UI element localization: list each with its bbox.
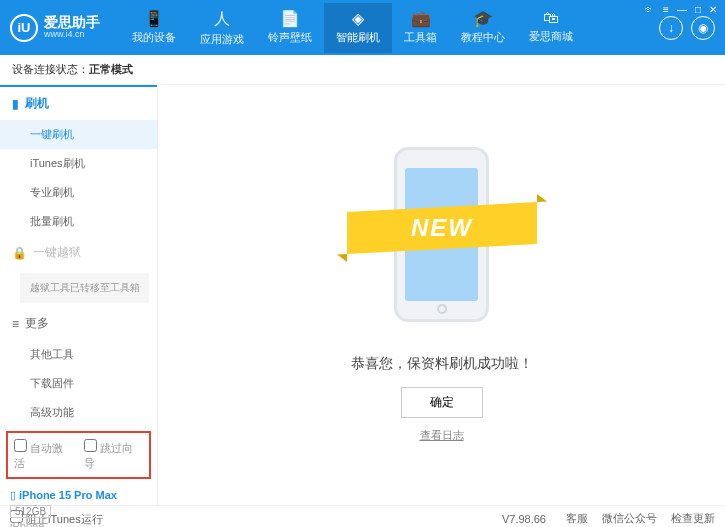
sidebar-item-pro-flash[interactable]: 专业刷机 bbox=[0, 178, 157, 207]
sidebar-section-flash: ▮刷机 bbox=[0, 85, 157, 120]
tab-store[interactable]: 🛍爱思商城 bbox=[517, 3, 585, 53]
header: ᯤ ≡ — □ ✕ iU 爱思助手 www.i4.cn 📱我的设备 人应用游戏 … bbox=[0, 0, 725, 55]
phone-icon: ▮ bbox=[12, 97, 19, 111]
content-area: NEW 恭喜您，保资料刷机成功啦！ 确定 查看日志 bbox=[158, 85, 725, 505]
store-icon: 🛍 bbox=[529, 9, 573, 27]
tab-my-device[interactable]: 📱我的设备 bbox=[120, 3, 188, 53]
download-button[interactable]: ↓ bbox=[659, 16, 683, 40]
view-log-link[interactable]: 查看日志 bbox=[420, 428, 464, 443]
ok-button[interactable]: 确定 bbox=[401, 387, 483, 418]
device-icon: 📱 bbox=[132, 9, 176, 28]
sidebar: ▮刷机 一键刷机 iTunes刷机 专业刷机 批量刷机 🔒一键越狱 越狱工具已转… bbox=[0, 85, 158, 505]
jailbreak-note: 越狱工具已转移至工具箱 bbox=[20, 273, 149, 303]
sidebar-section-jailbreak: 🔒一键越狱 bbox=[0, 236, 157, 269]
flash-icon: ◈ bbox=[336, 9, 380, 28]
footer-link-update[interactable]: 检查更新 bbox=[671, 511, 715, 526]
device-name: iPhone 15 Pro Max bbox=[19, 489, 117, 501]
success-message: 恭喜您，保资料刷机成功啦！ bbox=[351, 355, 533, 373]
close-icon[interactable]: ✕ bbox=[709, 4, 717, 15]
version-label: V7.98.66 bbox=[502, 513, 546, 525]
logo-icon: iU bbox=[10, 14, 38, 42]
device-phone-icon: ▯ bbox=[10, 489, 16, 501]
sidebar-item-other-tools[interactable]: 其他工具 bbox=[0, 340, 157, 369]
device-storage: 512GB bbox=[10, 505, 51, 518]
device-info: ▯ iPhone 15 Pro Max 512GB iPhone bbox=[0, 483, 157, 527]
apps-icon: 人 bbox=[200, 9, 244, 30]
sidebar-item-itunes-flash[interactable]: iTunes刷机 bbox=[0, 149, 157, 178]
menu-icon[interactable]: ≡ bbox=[663, 4, 669, 15]
tab-ringtones-wallpapers[interactable]: 📄铃声壁纸 bbox=[256, 3, 324, 53]
sidebar-item-oneclick-flash[interactable]: 一键刷机 bbox=[0, 120, 157, 149]
device-type: iPhone bbox=[10, 520, 147, 527]
wifi-icon[interactable]: ᯤ bbox=[645, 4, 655, 15]
app-title: 爱思助手 bbox=[44, 15, 100, 30]
checkbox-auto-activate[interactable]: 自动激活 bbox=[14, 439, 74, 471]
app-subtitle: www.i4.cn bbox=[44, 30, 100, 40]
footer-link-support[interactable]: 客服 bbox=[566, 511, 588, 526]
footer-link-wechat[interactable]: 微信公众号 bbox=[602, 511, 657, 526]
sidebar-item-advanced[interactable]: 高级功能 bbox=[0, 398, 157, 427]
maximize-icon[interactable]: □ bbox=[695, 4, 701, 15]
tab-apps-games[interactable]: 人应用游戏 bbox=[188, 3, 256, 53]
status-bar: 设备连接状态：正常模式 bbox=[0, 55, 725, 85]
tutorial-icon: 🎓 bbox=[461, 9, 505, 28]
user-button[interactable]: ◉ bbox=[691, 16, 715, 40]
window-controls: ᯤ ≡ — □ ✕ bbox=[645, 4, 717, 15]
success-illustration: NEW bbox=[357, 147, 527, 337]
tab-tutorials[interactable]: 🎓教程中心 bbox=[449, 3, 517, 53]
sidebar-section-more: ≡更多 bbox=[0, 307, 157, 340]
nav-tabs: 📱我的设备 人应用游戏 📄铃声壁纸 ◈智能刷机 💼工具箱 🎓教程中心 🛍爱思商城 bbox=[120, 3, 659, 53]
minimize-icon[interactable]: — bbox=[677, 4, 687, 15]
checkbox-skip-wizard[interactable]: 跳过向导 bbox=[84, 439, 144, 471]
menu-icon: ≡ bbox=[12, 317, 19, 331]
tab-toolbox[interactable]: 💼工具箱 bbox=[392, 3, 449, 53]
new-ribbon: NEW bbox=[347, 202, 537, 254]
tab-smart-flash[interactable]: ◈智能刷机 bbox=[324, 3, 392, 53]
toolbox-icon: 💼 bbox=[404, 9, 437, 28]
connection-status: 正常模式 bbox=[89, 63, 133, 75]
sidebar-item-download-firmware[interactable]: 下载固件 bbox=[0, 369, 157, 398]
checkbox-group-highlighted: 自动激活 跳过向导 bbox=[6, 431, 151, 479]
lock-icon: 🔒 bbox=[12, 246, 27, 260]
sidebar-item-batch-flash[interactable]: 批量刷机 bbox=[0, 207, 157, 236]
media-icon: 📄 bbox=[268, 9, 312, 28]
logo: iU 爱思助手 www.i4.cn bbox=[10, 14, 100, 42]
